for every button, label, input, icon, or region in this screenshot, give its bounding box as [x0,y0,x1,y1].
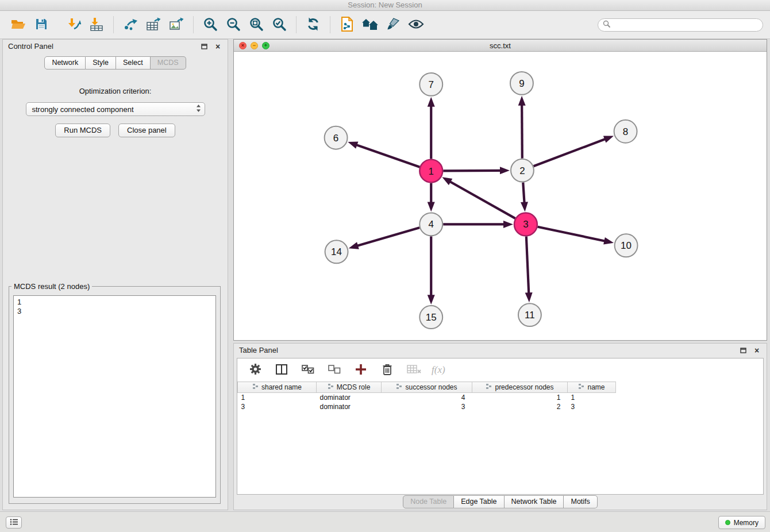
close-control-panel-icon[interactable]: × [213,42,222,51]
graph-node-15[interactable]: 15 [419,306,442,329]
graph-node-9[interactable]: 9 [510,72,533,95]
show-columns-button[interactable] [273,361,290,379]
graph-node-11[interactable]: 11 [518,303,541,326]
table-cell[interactable]: 2 [472,402,568,411]
table-cell[interactable]: dominator [317,402,382,411]
graph-edge-3-10[interactable] [537,227,605,241]
export-network-button[interactable] [119,13,142,36]
column-header-mcds-role[interactable]: MCDS role [317,382,382,393]
zoom-in-button[interactable] [199,13,222,36]
graph-edge-1-6[interactable] [356,145,419,167]
graph-node-7[interactable]: 7 [419,73,442,96]
graph-node-3[interactable]: 3 [514,213,537,236]
column-header-successor-nodes[interactable]: successor nodes [382,382,472,393]
tab-edge-table[interactable]: Edge Table [454,495,504,508]
refresh-button[interactable] [302,13,325,36]
table-row[interactable]: 3dominator323 [238,402,764,411]
graph-edge-3-1[interactable] [449,182,515,218]
search-input[interactable] [614,21,758,29]
select-all-button[interactable] [299,361,317,379]
zoom-window-button[interactable]: + [262,42,270,49]
table-settings-button[interactable] [247,361,264,379]
tab-motifs[interactable]: Motifs [564,495,597,508]
graph-node-4[interactable]: 4 [419,213,442,236]
graph-node-8[interactable]: 8 [614,120,637,143]
table-cell[interactable]: 3 [568,402,616,411]
graph-edge-arrowhead [348,141,358,148]
table-cell[interactable]: 4 [382,393,472,402]
minimize-window-button[interactable]: − [251,42,258,49]
import-network-button[interactable] [62,13,85,36]
show-graphics-button[interactable] [405,13,428,36]
import-table-button[interactable] [85,13,108,36]
table-row[interactable]: 1dominator411 [238,393,764,402]
graph-edge-2-9[interactable] [522,105,522,159]
zoom-selected-button[interactable] [268,13,291,36]
search-box[interactable] [598,18,763,32]
table-cell[interactable]: 1 [568,393,616,402]
column-sort-icon [252,383,259,391]
table-cell[interactable]: 3 [382,402,472,411]
graph-edge-1-2[interactable] [443,171,501,171]
tab-mcds[interactable]: MCDS [151,56,186,70]
network-window-titlebar: × − + scc.txt [234,40,767,52]
home-icon [361,18,379,32]
delete-column-button[interactable] [379,361,396,379]
export-image-button[interactable] [165,13,188,36]
control-panel-tabs: Network Style Select MCDS [3,56,228,70]
gear-icon [249,363,261,377]
unselect-all-icon [328,365,341,376]
function-builder-button[interactable]: f(x) [432,361,445,379]
float-table-panel-icon[interactable] [738,346,748,355]
table-cell[interactable]: 3 [238,402,317,411]
network-document-button[interactable] [336,13,359,36]
graph-node-2[interactable]: 2 [511,159,534,182]
zoom-in-icon [203,17,218,33]
unselect-all-button[interactable] [326,361,343,379]
tab-network-table[interactable]: Network Table [505,495,564,508]
mcds-result-line: 1 [17,298,212,307]
graph-edge-3-11[interactable] [526,236,529,294]
tab-select[interactable]: Select [116,56,151,70]
tab-style[interactable]: Style [86,56,116,70]
graph-edge-2-3[interactable] [523,183,524,203]
zoom-fit-button[interactable] [245,13,268,36]
table-cell[interactable]: 1 [238,393,317,402]
graph-node-label: 1 [429,166,434,177]
save-session-button[interactable] [30,13,53,36]
graph-edge-4-14[interactable] [357,228,419,246]
column-header-name[interactable]: name [568,382,616,393]
column-header-shared-name[interactable]: shared name [238,382,317,393]
run-mcds-button[interactable]: Run MCDS [55,124,110,137]
graph-node-label: 3 [523,219,528,230]
home-button[interactable] [359,13,382,36]
float-panel-icon[interactable] [199,42,209,51]
tab-network[interactable]: Network [44,56,86,70]
close-panel-button[interactable]: Close panel [118,124,175,137]
graph-node-1[interactable]: 1 [419,160,442,183]
close-window-button[interactable]: × [239,42,247,49]
graph-node-10[interactable]: 10 [615,234,638,257]
memory-button[interactable]: Memory [718,516,765,529]
table-cell[interactable]: dominator [317,393,382,402]
column-header-predecessor-nodes[interactable]: predecessor nodes [472,382,568,393]
zoom-out-button[interactable] [222,13,245,36]
table-cell[interactable]: 1 [472,393,568,402]
graph-node-6[interactable]: 6 [325,126,348,149]
graph-edge-2-8[interactable] [534,139,606,166]
columns-icon [276,364,287,376]
style-brush-button[interactable] [382,13,405,36]
export-table-button[interactable] [142,13,165,36]
mcds-result-box[interactable]: 1 3 [13,295,216,498]
delete-table-button[interactable] [405,361,422,379]
task-history-button[interactable] [6,516,22,529]
add-column-button[interactable] [352,361,369,379]
network-window-title: scc.txt [490,41,511,50]
open-session-button[interactable] [7,13,30,36]
tab-node-table[interactable]: Node Table [403,495,454,508]
list-icon [10,518,18,527]
graph-node-14[interactable]: 14 [325,240,348,263]
criterion-dropdown[interactable]: strongly connected component [26,102,205,116]
network-canvas[interactable]: 7968124314101511 [234,52,767,340]
close-table-panel-icon[interactable]: × [752,346,761,355]
